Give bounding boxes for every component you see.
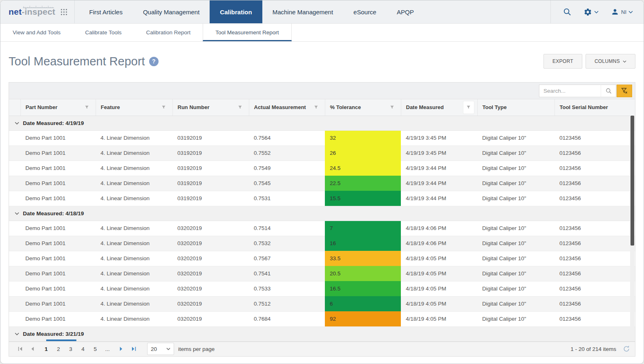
part-number-cell: Demo Part 1001 [20, 145, 96, 161]
search-box [539, 85, 632, 97]
column-label: Run Number [178, 104, 210, 110]
part-number-cell: Demo Part 1001 [20, 236, 96, 251]
vertical-scrollbar[interactable] [630, 116, 635, 341]
help-icon[interactable]: ? [149, 57, 159, 66]
column-header-actual-measurement[interactable]: Actual Measurement [249, 99, 325, 116]
app-grid-icon[interactable] [61, 9, 67, 15]
tolerance-cell: 6 [325, 296, 401, 311]
table-row: Demo Part 10014. Linear Dimension0319201… [9, 161, 635, 176]
clear-filters-button[interactable] [617, 85, 632, 97]
logo-net: net [9, 7, 22, 16]
tool-type-cell: Digital Caliper 10" [477, 281, 555, 296]
search-submit-button[interactable] [601, 85, 616, 97]
gutter [9, 311, 20, 326]
column-label: Feature [101, 104, 120, 110]
run-number-cell: 03192019 [172, 130, 249, 145]
refresh-icon[interactable] [623, 345, 630, 353]
user-menu[interactable]: NI [611, 8, 633, 16]
app-window: net-inspect First ArticlesQuality Manage… [0, 0, 644, 364]
group-header-row[interactable]: Date Measured: 4/19/19 [9, 116, 635, 130]
page-number-3[interactable]: 3 [65, 345, 77, 353]
nav-item-first-articles[interactable]: First Articles [79, 0, 133, 23]
nav-item-calibration[interactable]: Calibration [210, 0, 262, 23]
page-number-2[interactable]: 2 [52, 345, 65, 353]
scrollbar-thumb[interactable] [631, 116, 634, 246]
date-measured-cell: 4/19/19 3:44 PM [401, 191, 477, 206]
column-filter-button-feature[interactable] [159, 101, 169, 114]
table-row: Demo Part 10014. Linear Dimension0320201… [9, 251, 635, 266]
settings-menu[interactable] [584, 8, 599, 16]
next-page-button[interactable] [115, 344, 127, 354]
part-number-cell: Demo Part 1001 [20, 296, 96, 311]
first-page-button[interactable] [14, 344, 26, 354]
search-icon[interactable] [563, 8, 571, 16]
column-filter-button-actual-measurement[interactable] [311, 101, 322, 114]
column-filter-button-part-number[interactable] [82, 101, 92, 114]
previous-page-button[interactable] [26, 344, 38, 354]
gutter [9, 191, 20, 206]
nav-item-esource[interactable]: eSource [343, 0, 387, 23]
net-inspect-logo[interactable]: net-inspect [9, 7, 55, 17]
nav-item-apqp[interactable]: APQP [387, 0, 424, 23]
main-menu: First ArticlesQuality ManagementCalibrat… [79, 0, 424, 23]
tolerance-cell: 26 [325, 145, 401, 161]
feature-cell: 4. Linear Dimension [96, 221, 172, 236]
page-number-1[interactable]: 1 [40, 345, 52, 353]
tool-serial-cell: 0123456 [555, 311, 635, 326]
tool-serial-cell: 0123456 [555, 251, 635, 266]
column-header-feature[interactable]: Feature [96, 99, 172, 116]
feature-cell: 4. Linear Dimension [96, 191, 172, 206]
more-pages-button[interactable]: ... [101, 345, 114, 353]
search-input[interactable] [539, 85, 601, 97]
ruler-graphic-icon [22, 4, 54, 8]
tolerance-cell: 15.5 [325, 191, 401, 206]
gutter [9, 266, 20, 281]
chevron-down-icon [166, 347, 170, 351]
pager-range-label: 1 - 20 of 214 items [570, 346, 616, 352]
part-number-cell: Demo Part 1001 [20, 311, 96, 326]
filter-clear-icon [621, 87, 628, 94]
tool-serial-cell: 0123456 [555, 191, 635, 206]
column-filter-button-tolerance[interactable] [387, 101, 398, 114]
tolerance-cell: 16 [325, 236, 401, 251]
part-number-cell: Demo Part 1001 [20, 161, 96, 176]
column-header-date-measured[interactable]: Date Measured [401, 99, 477, 116]
column-header-tool-type[interactable]: Tool Type [477, 99, 555, 116]
tab-calibrate-tools[interactable]: Calibrate Tools [73, 24, 134, 41]
export-button[interactable]: EXPORT [543, 54, 582, 69]
feature-cell: 4. Linear Dimension [96, 296, 172, 311]
column-filter-button-date-measured[interactable] [463, 101, 474, 114]
run-number-cell: 03202019 [172, 251, 249, 266]
group-header-row[interactable]: Date Measured: 4/18/19 [9, 206, 635, 221]
tool-type-cell: Digital Caliper 10" [477, 161, 555, 176]
column-header-part-number[interactable]: Part Number [20, 99, 96, 116]
page-header: Tool Measurement Report ? EXPORT COLUMNS [0, 42, 644, 69]
columns-button[interactable]: COLUMNS [586, 54, 635, 69]
column-header-tool-serial-number[interactable]: Tool Serial Number [555, 99, 635, 116]
page-number-5[interactable]: 5 [89, 345, 101, 353]
actual-measurement-cell: 0.7531 [249, 191, 325, 206]
tab-view-and-add-tools[interactable]: View and Add Tools [0, 24, 73, 41]
part-number-cell: Demo Part 1001 [20, 266, 96, 281]
gutter [9, 251, 20, 266]
column-filter-button-run-number[interactable] [235, 101, 246, 114]
page-actions: EXPORT COLUMNS [543, 54, 635, 69]
tab-tool-measurement-report[interactable]: Tool Measurement Report [203, 24, 291, 41]
nav-item-machine-management[interactable]: Machine Management [262, 0, 343, 23]
page-title: Tool Measurement Report [9, 55, 145, 68]
page-size-select[interactable]: 20 [147, 343, 174, 355]
last-page-button[interactable] [127, 344, 140, 354]
date-measured-cell: 4/18/19 4:05 PM [401, 281, 477, 296]
part-number-cell: Demo Part 1001 [20, 221, 96, 236]
column-header-run-number[interactable]: Run Number [172, 99, 249, 116]
table-row: Demo Part 10014. Linear Dimension0319201… [9, 145, 635, 161]
nav-item-quality-management[interactable]: Quality Management [133, 0, 210, 23]
table-row: Demo Part 10014. Linear Dimension0319201… [9, 130, 635, 145]
page-number-4[interactable]: 4 [77, 345, 89, 353]
feature-cell: 4. Linear Dimension [96, 176, 172, 191]
tab-calibration-report[interactable]: Calibration Report [134, 24, 203, 41]
column-header-tolerance[interactable]: % Tolerance [325, 99, 401, 116]
group-header-row[interactable]: Date Measured: 3/21/19 [9, 326, 635, 341]
gutter [9, 161, 20, 176]
collapse-chevron-icon [15, 121, 19, 125]
